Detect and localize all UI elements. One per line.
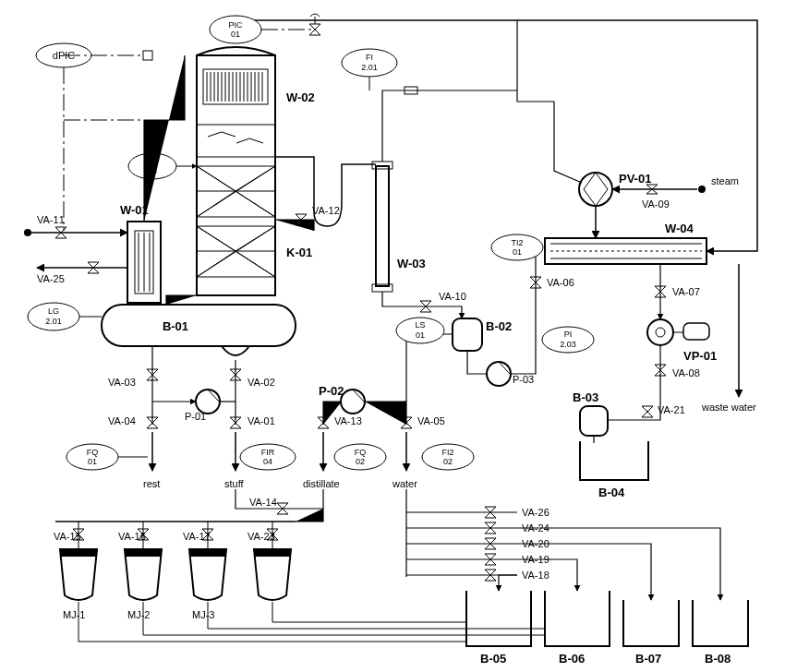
label-VA18: VA-18: [522, 570, 550, 581]
exchanger-W01: [127, 222, 161, 303]
instrument-FQ02: FQ 02: [334, 444, 386, 470]
label-VA26: VA-26: [522, 507, 550, 518]
svg-text:PIC: PIC: [228, 20, 243, 30]
svg-rect-99: [254, 549, 291, 557]
label-PV01: PV-01: [619, 172, 651, 186]
label-VA01: VA-01: [248, 415, 275, 426]
svg-rect-28: [376, 166, 389, 286]
label-W03: W-03: [397, 257, 426, 270]
instrument-FI202: FI2 02: [422, 444, 474, 470]
svg-text:2.01: 2.01: [45, 317, 62, 326]
svg-text:FQ: FQ: [355, 448, 367, 457]
label-VA07: VA-07: [672, 286, 700, 297]
label-stuff: stuff: [224, 478, 245, 489]
svg-text:FI2: FI2: [441, 448, 453, 457]
pid-diagram: W-02 K-01 B-01 W-01 W-03 W-04 PV-01 stea…: [0, 0, 785, 672]
tank-B05: [466, 591, 531, 646]
tank-B06: [545, 591, 610, 646]
mixer-extra: [254, 549, 291, 600]
svg-text:01: 01: [88, 457, 97, 466]
vessel-B02: [453, 318, 482, 351]
svg-text:01: 01: [513, 247, 522, 257]
label-W02: W-02: [286, 90, 315, 104]
label-P02: P-02: [319, 384, 344, 398]
instrument-FQ01: FQ 01: [66, 444, 118, 470]
instrument-PIC01: PIC 01: [210, 16, 261, 43]
label-B05: B-05: [480, 652, 506, 666]
svg-rect-19: [197, 125, 275, 157]
vacuum-pump-VP01: [647, 319, 709, 345]
label-VP01: VP-01: [683, 349, 717, 363]
label-steam: steam: [711, 175, 739, 186]
label-VA03: VA-03: [108, 377, 136, 388]
svg-rect-43: [683, 323, 709, 340]
svg-rect-45: [580, 406, 608, 436]
label-VA04: VA-04: [108, 415, 136, 426]
label-VA21: VA-21: [658, 404, 685, 415]
label-VA09: VA-09: [642, 198, 670, 210]
svg-point-47: [341, 390, 365, 414]
label-P03: P-03: [513, 374, 534, 385]
vessel-B03: [580, 406, 608, 436]
label-VA12: VA-12: [312, 205, 340, 216]
label-VA14: VA-14: [249, 497, 277, 508]
svg-text:02: 02: [356, 457, 365, 466]
label-water: water: [392, 478, 417, 489]
label-VA05: VA-05: [417, 415, 445, 426]
svg-text:LS: LS: [415, 320, 425, 330]
label-MJ2: MJ-2: [127, 609, 150, 620]
instrument-TI201: TI2 01: [491, 234, 543, 260]
label-MJ3: MJ-3: [192, 609, 214, 620]
svg-text:01: 01: [416, 330, 425, 340]
label-waste: waste water: [701, 402, 756, 413]
instrument-FIR04: FIR 04: [240, 444, 296, 470]
exchanger-W03: [372, 162, 392, 292]
svg-rect-22: [102, 305, 296, 346]
tank-B04: [580, 441, 648, 480]
svg-text:PI: PI: [564, 330, 573, 339]
label-VA08: VA-08: [672, 367, 700, 378]
svg-text:2.03: 2.03: [560, 340, 576, 349]
label-VA13: VA-13: [334, 415, 362, 426]
tank-B07: [623, 600, 679, 646]
svg-text:2.01: 2.01: [361, 63, 378, 72]
label-VA02: VA-02: [248, 377, 275, 388]
label-B08: B-08: [705, 652, 731, 666]
svg-text:LG: LG: [48, 306, 59, 316]
label-B04: B-04: [598, 486, 625, 499]
label-VA11: VA-11: [37, 214, 65, 225]
label-B07: B-07: [635, 652, 661, 666]
instrument-LS01: LS 01: [396, 318, 444, 343]
label-K01: K-01: [286, 246, 312, 259]
svg-rect-98: [189, 549, 226, 557]
tank-B08: [693, 600, 748, 646]
label-VA06: VA-06: [547, 277, 574, 288]
svg-rect-96: [60, 549, 97, 557]
label-MJ1: MJ-1: [63, 609, 85, 620]
svg-text:04: 04: [263, 457, 272, 466]
svg-text:01: 01: [231, 30, 240, 39]
exchanger-W04: [545, 238, 706, 264]
svg-point-37: [698, 186, 706, 193]
label-VA25: VA-25: [37, 273, 65, 284]
label-B01: B-01: [163, 319, 188, 333]
label-B02: B-02: [486, 319, 512, 333]
svg-point-41: [647, 319, 673, 345]
instrument-FI201: FI 2.01: [342, 49, 397, 77]
svg-text:02: 02: [443, 457, 453, 466]
svg-rect-0: [7, 7, 779, 666]
column-K01: [197, 47, 275, 295]
svg-text:FQ: FQ: [87, 448, 99, 457]
label-B06: B-06: [559, 652, 585, 666]
compressor-PV01: [579, 173, 612, 206]
control-valve-top: [309, 14, 320, 35]
label-VA15: VA-15: [54, 531, 81, 542]
svg-text:FI: FI: [366, 53, 373, 62]
svg-point-42: [656, 328, 665, 337]
label-distillate: distillate: [303, 478, 340, 489]
valve-VA21: [642, 406, 653, 417]
svg-point-93: [24, 229, 31, 236]
svg-text:FIR: FIR: [261, 448, 275, 457]
svg-text:TI2: TI2: [511, 238, 523, 247]
instrument-PI203: PI 2.03: [542, 327, 594, 353]
